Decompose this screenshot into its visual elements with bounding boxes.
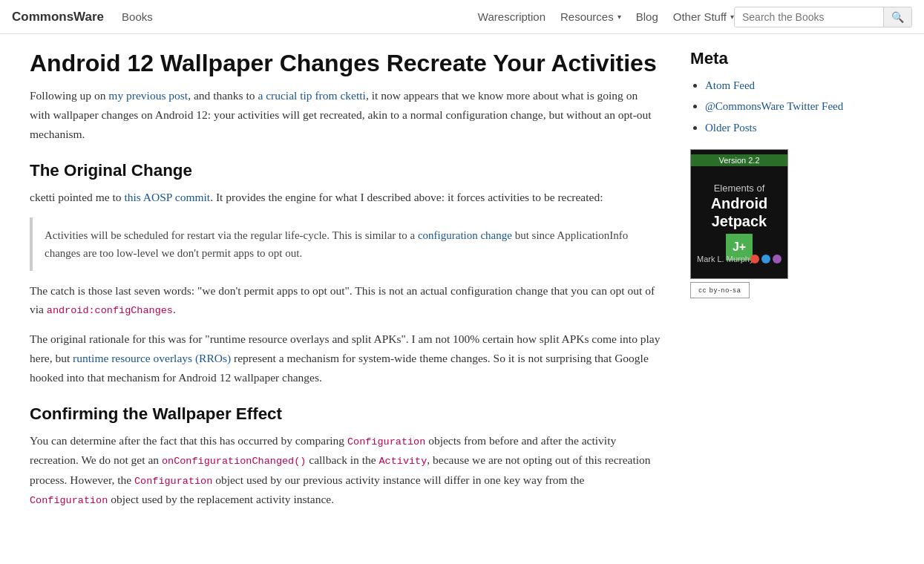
older-posts-link[interactable]: Older Posts xyxy=(705,122,757,134)
configuration-code-1: Configuration xyxy=(347,436,425,447)
after-blockquote-para2: The original rationale for this was for … xyxy=(30,329,661,387)
search-bar: 🔍 xyxy=(734,7,912,27)
list-item-older-posts: Older Posts xyxy=(705,119,861,136)
rro-link[interactable]: runtime resource overlays (RROs) xyxy=(73,352,231,364)
config-changes-code: android:configChanges xyxy=(47,305,173,316)
dot-blue xyxy=(761,255,770,263)
creative-commons-badge: cc by-no-sa xyxy=(690,282,750,298)
intro-paragraph: Following up on my previous post, and th… xyxy=(30,86,661,143)
book-version-badge: Version 2.2 xyxy=(691,154,787,166)
nav-blog[interactable]: Blog xyxy=(636,10,658,23)
book-title-line1: Elements of xyxy=(714,183,765,194)
book-cover-container: Version 2.2 Elements of Android Jetpack … xyxy=(690,149,861,298)
nav-warescription[interactable]: Warescription xyxy=(478,10,545,23)
book-author: Mark L. Murphy xyxy=(697,255,753,263)
previous-post-link[interactable]: my previous post xyxy=(108,89,188,102)
article-body: Following up on my previous post, and th… xyxy=(30,86,661,509)
section-original-change-heading: The Original Change xyxy=(30,161,661,180)
aosp-commit-link[interactable]: this AOSP commit xyxy=(124,191,210,203)
dot-red xyxy=(750,255,759,263)
chevron-down-icon: ▾ xyxy=(617,13,621,21)
activity-code: Activity xyxy=(379,456,427,467)
config-change-link[interactable]: configuration change xyxy=(418,229,512,241)
confirming-wallpaper-para1: You can determine after the fact that th… xyxy=(30,431,661,509)
list-item-twitter: @CommonsWare Twitter Feed xyxy=(705,98,861,114)
search-button[interactable]: 🔍 xyxy=(883,7,911,27)
sidebar: Meta Atom Feed @CommonsWare Twitter Feed… xyxy=(675,34,868,549)
book-cover[interactable]: Version 2.2 Elements of Android Jetpack … xyxy=(690,149,788,279)
original-change-para1: cketti pointed me to this AOSP commit. I… xyxy=(30,188,661,207)
nav-books[interactable]: Books xyxy=(122,10,463,23)
sidebar-meta-list: Atom Feed @CommonsWare Twitter Feed Olde… xyxy=(690,77,861,136)
brand-logo[interactable]: CommonsWare xyxy=(12,10,104,24)
configuration-code-3: Configuration xyxy=(30,495,108,506)
onconfigurationchanged-code: onConfigurationChanged() xyxy=(162,456,306,467)
book-title-line2: Android xyxy=(711,195,768,212)
search-input[interactable] xyxy=(735,7,883,27)
list-item-atom-feed: Atom Feed xyxy=(705,77,861,94)
article-title: Android 12 Wallpaper Changes Recreate Yo… xyxy=(30,49,661,77)
configuration-code-2: Configuration xyxy=(134,476,212,487)
cketti-tip-link[interactable]: a crucial tip from cketti xyxy=(258,89,365,102)
book-title-line3: Jetpack xyxy=(712,213,767,229)
sidebar-meta-title: Meta xyxy=(690,49,861,68)
nav-otherstuff-dropdown[interactable]: Other Stuff ▾ xyxy=(673,10,734,23)
blockquote: Activities will be scheduled for restart… xyxy=(30,217,661,271)
twitter-feed-link[interactable]: @CommonsWare Twitter Feed xyxy=(705,100,843,112)
after-blockquote-para1: The catch is those last seven words: "we… xyxy=(30,281,661,320)
book-author-icons xyxy=(750,255,782,263)
sidebar-meta-section: Atom Feed @CommonsWare Twitter Feed Olde… xyxy=(690,77,861,136)
main-content: Android 12 Wallpaper Changes Recreate Yo… xyxy=(15,34,675,549)
navbar: CommonsWare Books Warescription Resource… xyxy=(0,0,924,34)
nav-links: Books Warescription Resources ▾ Blog Oth… xyxy=(122,10,734,23)
dot-purple xyxy=(773,255,782,263)
atom-feed-link[interactable]: Atom Feed xyxy=(705,79,755,91)
section-confirming-wallpaper-heading: Confirming the Wallpaper Effect xyxy=(30,404,661,424)
nav-resources-dropdown[interactable]: Resources ▾ xyxy=(560,10,621,23)
